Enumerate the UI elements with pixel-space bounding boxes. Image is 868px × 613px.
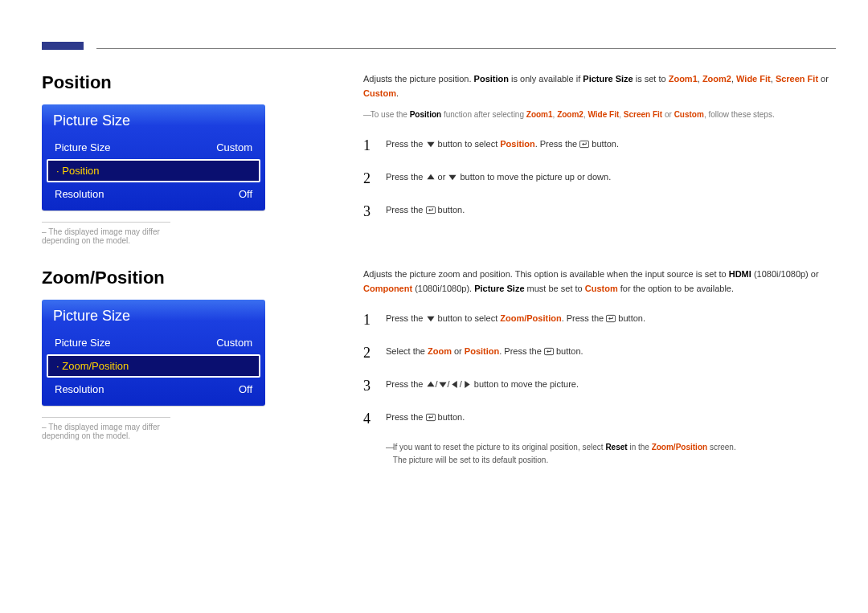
position-description: Adjusts the picture position. Position i… — [363, 72, 836, 100]
down-icon — [438, 380, 448, 389]
menu-row-resolution[interactable]: Resolution Off — [42, 182, 265, 206]
section-heading-position: Position — [42, 72, 275, 93]
menu-row-label: Picture Size — [55, 141, 110, 153]
enter-icon — [544, 347, 554, 356]
down-icon — [426, 314, 436, 323]
menu-row-value: Custom — [216, 141, 252, 153]
zoom-position-description: Adjusts the picture zoom and position. T… — [363, 268, 836, 296]
step-4: Press the button. — [363, 403, 836, 435]
menu-row-label: Zoom/Position — [56, 360, 129, 372]
menu-title: Picture Size — [42, 104, 265, 136]
down-icon — [448, 173, 457, 182]
menu-row-value: Off — [239, 383, 252, 395]
position-steps: Press the button to select Position. Pre… — [363, 129, 836, 227]
menu-row-resolution[interactable]: Resolution Off — [42, 378, 265, 401]
menu-row-position[interactable]: Position — [47, 159, 260, 182]
menu-row-zoom-position[interactable]: Zoom/Position — [47, 354, 260, 378]
step-3: Press the button. — [363, 195, 836, 228]
enter-icon — [426, 206, 436, 215]
enter-icon — [579, 140, 589, 149]
menu-row-label: Resolution — [55, 383, 104, 395]
up-icon — [426, 173, 436, 182]
menu-row-label: Resolution — [55, 188, 104, 200]
image-disclaimer: The displayed image may differ depending… — [42, 417, 170, 440]
menu-title: Picture Size — [42, 300, 265, 331]
step-2: Press the or button to move the picture … — [363, 162, 836, 195]
image-disclaimer: The displayed image may differ depending… — [42, 222, 170, 245]
step-2: Select the Zoom or Position. Press the b… — [363, 337, 836, 370]
reset-footnote: If you want to reset the picture to its … — [386, 441, 836, 467]
left-icon — [450, 380, 460, 389]
menu-row-value: Custom — [216, 337, 252, 349]
menu-row-label: Position — [56, 165, 99, 177]
menu-row-picture-size[interactable]: Picture Size Custom — [42, 331, 265, 354]
right-icon — [462, 380, 472, 389]
enter-icon — [606, 314, 616, 323]
position-note: To use the Position function after selec… — [363, 108, 836, 121]
enter-icon — [426, 413, 436, 422]
menu-row-value: Off — [239, 188, 252, 200]
step-3: Press the /// button to move the picture… — [363, 370, 836, 403]
down-icon — [426, 140, 436, 149]
menu-row-label: Picture Size — [55, 337, 110, 349]
step-1: Press the button to select Zoom/Position… — [363, 304, 836, 337]
section-heading-zoom-position: Zoom/Position — [42, 268, 275, 288]
zoom-position-steps: Press the button to select Zoom/Position… — [363, 304, 836, 435]
menu-row-picture-size[interactable]: Picture Size Custom — [42, 136, 265, 159]
menu-card-position: Picture Size Picture Size Custom Positio… — [42, 104, 265, 210]
menu-card-zoom-position: Picture Size Picture Size Custom Zoom/Po… — [42, 300, 265, 406]
step-1: Press the button to select Position. Pre… — [363, 129, 836, 162]
up-icon — [426, 380, 436, 389]
